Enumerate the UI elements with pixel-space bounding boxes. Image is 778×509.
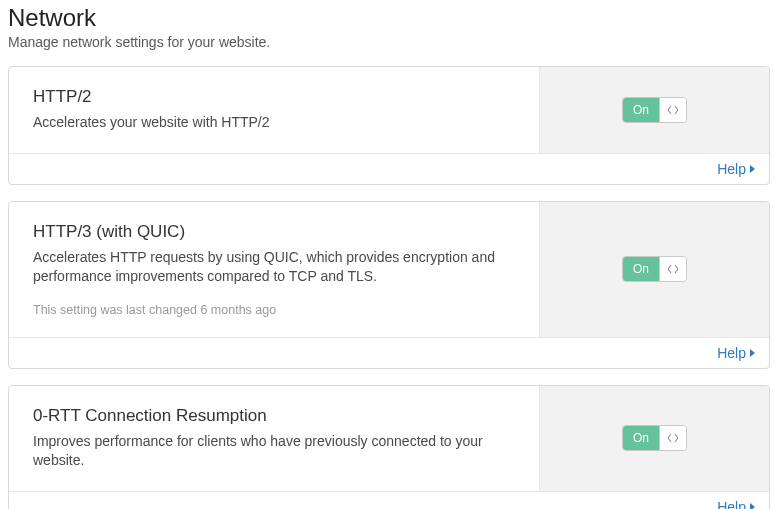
toggle-handle-icon — [659, 257, 686, 281]
card-main: HTTP/3 (with QUIC) Accelerates HTTP requ… — [9, 202, 769, 337]
card-body: HTTP/2 Accelerates your website with HTT… — [9, 67, 539, 153]
help-label: Help — [717, 345, 746, 361]
help-link[interactable]: Help — [717, 499, 755, 509]
page-title: Network — [8, 4, 770, 32]
help-link[interactable]: Help — [717, 161, 755, 177]
toggle-handle-icon — [659, 426, 686, 450]
setting-card-0rtt: 0-RTT Connection Resumption Improves per… — [8, 385, 770, 509]
toggle-on-label: On — [623, 257, 659, 281]
toggle-on-label: On — [623, 98, 659, 122]
caret-right-icon — [750, 349, 755, 357]
card-footer: Help — [9, 153, 769, 184]
setting-title: HTTP/3 (with QUIC) — [33, 222, 515, 242]
setting-card-http3: HTTP/3 (with QUIC) Accelerates HTTP requ… — [8, 201, 770, 369]
card-body: 0-RTT Connection Resumption Improves per… — [9, 386, 539, 491]
toggle-http3[interactable]: On — [622, 256, 687, 282]
toggle-on-label: On — [623, 426, 659, 450]
help-link[interactable]: Help — [717, 345, 755, 361]
setting-meta: This setting was last changed 6 months a… — [33, 303, 515, 317]
card-main: HTTP/2 Accelerates your website with HTT… — [9, 67, 769, 153]
setting-title: HTTP/2 — [33, 87, 515, 107]
help-label: Help — [717, 499, 746, 509]
toggle-0rtt[interactable]: On — [622, 425, 687, 451]
setting-description: Improves performance for clients who hav… — [33, 432, 515, 471]
setting-description: Accelerates your website with HTTP/2 — [33, 113, 515, 133]
card-side: On — [539, 202, 769, 337]
toggle-http2[interactable]: On — [622, 97, 687, 123]
card-footer: Help — [9, 491, 769, 509]
caret-right-icon — [750, 503, 755, 509]
toggle-handle-icon — [659, 98, 686, 122]
help-label: Help — [717, 161, 746, 177]
card-main: 0-RTT Connection Resumption Improves per… — [9, 386, 769, 491]
card-side: On — [539, 67, 769, 153]
setting-title: 0-RTT Connection Resumption — [33, 406, 515, 426]
card-footer: Help — [9, 337, 769, 368]
caret-right-icon — [750, 165, 755, 173]
card-side: On — [539, 386, 769, 491]
card-body: HTTP/3 (with QUIC) Accelerates HTTP requ… — [9, 202, 539, 337]
page-subtitle: Manage network settings for your website… — [8, 34, 770, 50]
setting-description: Accelerates HTTP requests by using QUIC,… — [33, 248, 515, 287]
setting-card-http2: HTTP/2 Accelerates your website with HTT… — [8, 66, 770, 185]
